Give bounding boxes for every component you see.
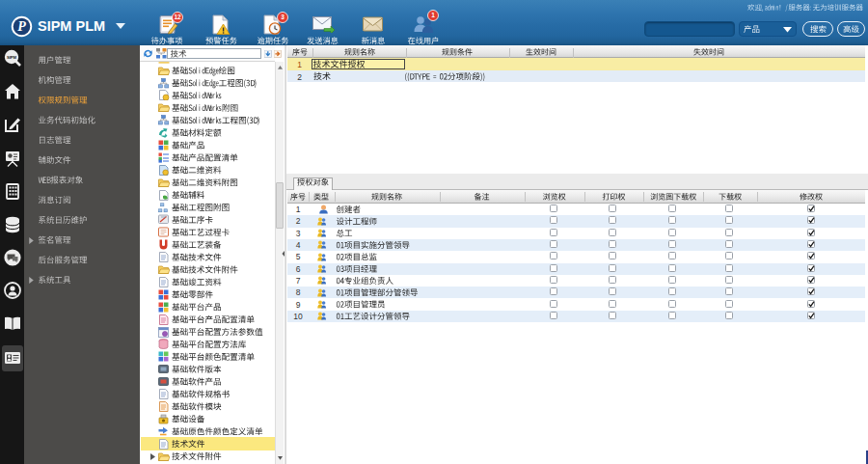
svg-text:3: 3 <box>281 14 285 20</box>
svg-text:P: P <box>17 19 26 34</box>
svg-text:12: 12 <box>174 14 181 20</box>
svg-text:1: 1 <box>431 12 435 18</box>
svg-text:SIPM: SIPM <box>7 55 17 60</box>
